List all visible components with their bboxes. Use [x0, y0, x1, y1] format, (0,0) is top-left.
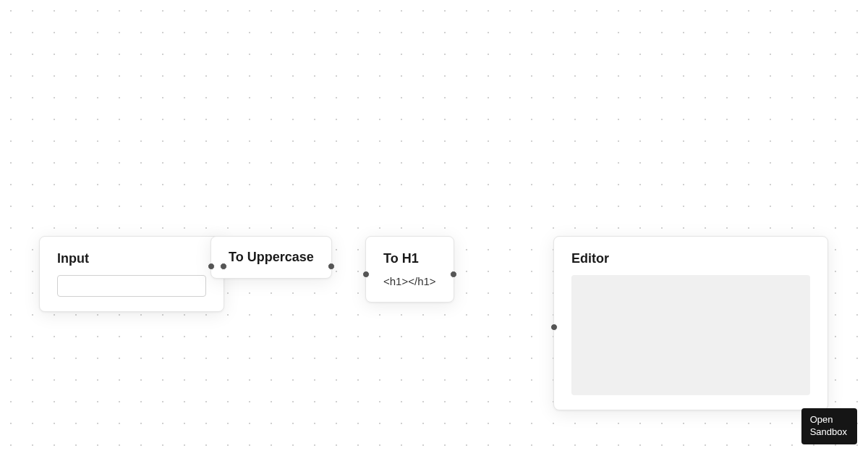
node-h1-title: To H1 [383, 251, 436, 266]
node-uppercase-title: To Uppercase [229, 250, 314, 265]
handle-h1-output[interactable] [450, 271, 457, 278]
handle-uppercase-output[interactable] [328, 263, 335, 270]
flow-canvas[interactable]: Input To Uppercase To H1 <h1></h1> Edito… [0, 0, 868, 456]
handle-editor-input[interactable] [550, 324, 558, 331]
sandbox-label-line1: Open [810, 414, 833, 425]
node-input-title: Input [57, 251, 206, 266]
node-editor-title: Editor [571, 251, 810, 266]
node-editor[interactable]: Editor [553, 236, 828, 410]
sandbox-label-line2: Sandbox [810, 426, 847, 437]
handle-uppercase-input[interactable] [208, 263, 215, 270]
node-input-field[interactable] [57, 275, 206, 297]
node-h1-content: <h1></h1> [383, 275, 436, 287]
node-editor-area[interactable] [571, 275, 810, 395]
node-h1[interactable]: To H1 <h1></h1> [365, 236, 454, 303]
node-input[interactable]: Input [39, 236, 224, 312]
handle-h1-input[interactable] [362, 271, 370, 278]
handle-input-output[interactable] [220, 263, 227, 270]
open-sandbox-button[interactable]: Open Sandbox [801, 408, 857, 444]
node-uppercase[interactable]: To Uppercase [210, 236, 332, 279]
